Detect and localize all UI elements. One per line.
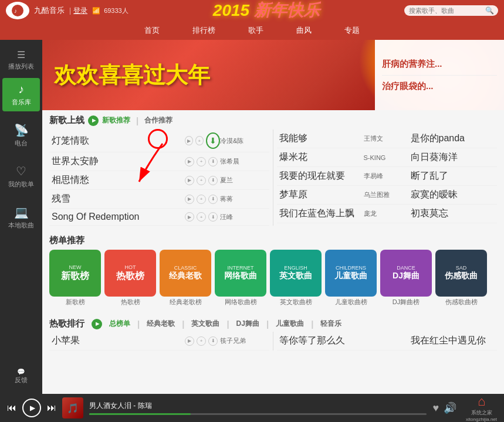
search-icon[interactable]: 🔍 — [485, 6, 494, 15]
download-song-1[interactable]: ⬇ — [206, 132, 220, 149]
song-name-r5b[interactable]: 初衷莫忘 — [411, 207, 495, 220]
download-song-5[interactable]: ⬇ — [208, 212, 218, 222]
download-song-3[interactable]: ⬇ — [208, 176, 218, 185]
song-name-r5[interactable]: 我们在蓝色海上飘 — [279, 207, 364, 220]
song-actions-1: ▶ + ⬇ — [185, 132, 220, 149]
chart-english-caption: 英文歌曲榜 — [280, 298, 312, 307]
download-song-4[interactable]: ⬇ — [208, 195, 218, 204]
play-song-4[interactable]: ▶ — [185, 195, 194, 204]
hot-tab-light[interactable]: 轻音乐 — [320, 319, 341, 329]
banner-ad-1[interactable]: 肝病的营养注... — [382, 59, 497, 70]
player-progress-bar[interactable] — [89, 413, 427, 415]
add-song-3[interactable]: + — [197, 176, 206, 185]
users-icon: 📶 — [92, 7, 100, 15]
nav-topics[interactable]: 专题 — [340, 23, 364, 38]
song-name-r2[interactable]: 爆米花 — [279, 151, 364, 164]
chart-classic[interactable]: CLASSIC 经典老歌 — [160, 250, 211, 297]
chart-internet-label: INTERNET — [228, 265, 254, 271]
hot-song-row-1: 小苹果 ▶ + ⬇ 筷子兄弟 — [49, 332, 269, 350]
sidebar-item-playlist[interactable]: ☰ 播放列表 — [2, 45, 40, 76]
sidebar-item-library[interactable]: ♪ 音乐库 — [2, 78, 40, 111]
hot-tab-all[interactable]: 总榜单 — [109, 319, 130, 329]
chart-children[interactable]: CHILDRENS 儿童歌曲 — [325, 250, 377, 297]
chart-section: 榜单推荐 NEW 新歌榜 新歌榜 HOT 热歌榜 热歌榜 — [42, 230, 504, 314]
computer-icon: 💻 — [14, 205, 29, 219]
add-song-4[interactable]: + — [197, 195, 206, 204]
chart-children-title: 儿童歌曲 — [334, 271, 367, 281]
song-name-r2b[interactable]: 向日葵海洋 — [411, 151, 495, 164]
chart-dance[interactable]: DANCE DJ舞曲 — [380, 250, 432, 297]
chart-internet[interactable]: INTERNET 网络歌曲 — [215, 250, 266, 297]
search-input[interactable] — [409, 7, 485, 14]
hot-tab-children[interactable]: 儿童歌曲 — [276, 319, 304, 329]
chart-new[interactable]: NEW 新歌榜 — [49, 250, 101, 297]
hot-dl-1[interactable]: ⬇ — [208, 336, 218, 346]
song-name-1[interactable]: 灯笼情歌 — [52, 135, 185, 147]
chart-english[interactable]: ENGLISH 英文歌曲 — [270, 250, 322, 297]
nav-artists[interactable]: 歌手 — [243, 23, 268, 38]
song-artist-2: 张希晨 — [220, 157, 267, 166]
song-name-r4b[interactable]: 寂寞的暧昧 — [411, 189, 495, 201]
sidebar-item-local[interactable]: 💻 本地歌曲 — [2, 200, 40, 234]
song-name-r1[interactable]: 我能够 — [279, 132, 364, 145]
chart-sad[interactable]: SAD 伤感歌曲 — [435, 250, 487, 297]
song-name-4[interactable]: 残雪 — [52, 193, 185, 205]
play-song-1[interactable]: ▶ — [185, 136, 193, 145]
add-song-1[interactable]: + — [195, 136, 204, 145]
song-name-r3b[interactable]: 断了乱了 — [411, 170, 495, 182]
banner-ad-2[interactable]: 治疗眼袋的... — [382, 81, 497, 92]
svg-point-0 — [12, 5, 23, 16]
hot-song-name-r1[interactable]: 等你等了那么久 — [279, 335, 364, 347]
sidebar-item-my-songs[interactable]: ♡ 我的歌单 — [2, 159, 40, 193]
chart-hot[interactable]: HOT 热歌榜 — [104, 250, 156, 297]
hot-chart-play[interactable] — [92, 319, 102, 329]
hot-tab-classic[interactable]: 经典老歌 — [147, 319, 175, 329]
song-artist-r5: 庞龙 — [364, 209, 411, 218]
player-next[interactable]: ⏭ — [47, 403, 56, 413]
hot-play-1[interactable]: ▶ — [185, 336, 194, 346]
hot-song-name-1[interactable]: 小苹果 — [52, 335, 185, 347]
hot-song-row-r1: 等你等了那么久 我在红尘中遇见你 — [277, 332, 497, 350]
player-prev[interactable]: ⏮ — [7, 403, 16, 413]
feedback-icon: 💬 — [17, 368, 25, 376]
nav-home[interactable]: 首页 — [140, 23, 164, 38]
download-song-2[interactable]: ⬇ — [208, 157, 218, 166]
hot-tab-dj[interactable]: DJ舞曲 — [236, 319, 259, 329]
song-name-r4[interactable]: 梦草原 — [279, 189, 364, 201]
tab-new-recommend[interactable]: 新歌推荐 — [102, 115, 130, 125]
player-play[interactable]: ▶ — [22, 399, 41, 417]
hot-song-actions-1: ▶ + ⬇ — [185, 336, 220, 346]
song-name-r1b[interactable]: 是你的panda — [411, 132, 495, 145]
song-artist-r2: S-KING — [364, 154, 411, 161]
new-songs-play[interactable] — [88, 115, 99, 126]
song-actions-3: ▶ + ⬇ — [185, 176, 220, 185]
song-name-r3[interactable]: 我要的现在就要 — [279, 170, 364, 182]
song-artist-r3: 李易峰 — [364, 172, 411, 181]
sidebar-feedback[interactable]: 💬 反馈 — [2, 363, 40, 389]
hot-add-1[interactable]: + — [197, 336, 206, 346]
navbar: 首页 排行榜 歌手 曲风 专题 — [0, 21, 504, 40]
play-song-5[interactable]: ▶ — [185, 212, 194, 222]
chart-sad-caption: 伤感歌曲榜 — [445, 298, 478, 307]
play-song-2[interactable]: ▶ — [185, 157, 194, 166]
nav-charts[interactable]: 排行榜 — [188, 23, 220, 38]
hot-tab-english[interactable]: 英文歌曲 — [191, 319, 219, 329]
login-button[interactable]: 登录 — [73, 6, 87, 16]
sidebar-item-radio[interactable]: 📡 电台 — [2, 118, 40, 152]
song-name-2[interactable]: 世界太安静 — [52, 155, 185, 168]
song-name-3[interactable]: 相思情愁 — [52, 174, 185, 186]
search-box[interactable]: 🔍 — [404, 5, 498, 16]
song-name-5[interactable]: Song Of Redemption — [52, 212, 185, 222]
tab-collab-recommend[interactable]: 合作推荐 — [144, 115, 172, 125]
main-layout: ☰ 播放列表 ♪ 音乐库 📡 电台 ♡ 我的歌单 💻 本地歌曲 💬 反馈 欢欢喜… — [0, 40, 504, 394]
play-song-3[interactable]: ▶ — [185, 176, 194, 185]
users-count: 69333人 — [104, 6, 128, 15]
volume-icon[interactable]: 🔊 — [444, 401, 456, 414]
chart-children-caption: 儿童歌曲榜 — [335, 298, 367, 307]
add-song-2[interactable]: + — [197, 157, 206, 166]
add-song-5[interactable]: + — [197, 212, 206, 222]
playlist-icon: ☰ — [17, 49, 25, 60]
hot-song-name-r1b[interactable]: 我在红尘中遇见你 — [411, 335, 495, 347]
favorite-icon[interactable]: ♥ — [432, 402, 439, 414]
nav-genre[interactable]: 曲风 — [292, 23, 316, 38]
